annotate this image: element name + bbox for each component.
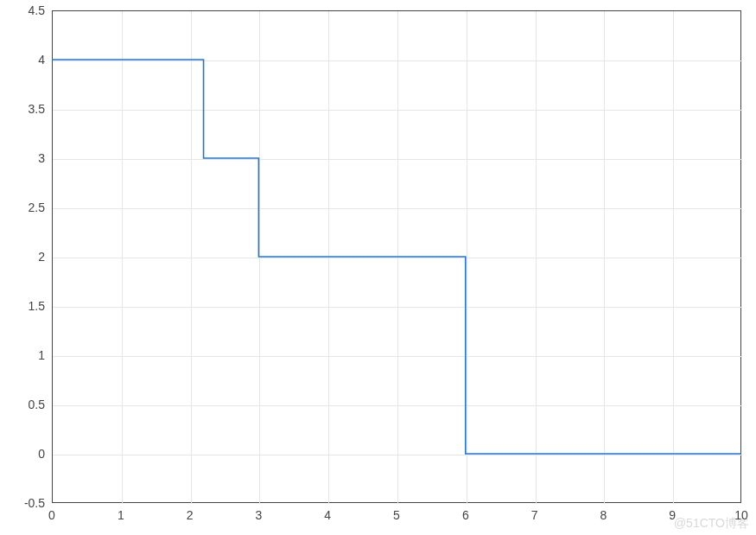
y-tick-label: 1 xyxy=(38,348,45,362)
y-tick-label: 0.5 xyxy=(29,398,45,411)
x-tick-label: 10 xyxy=(734,508,748,522)
grid-line-horizontal xyxy=(53,405,742,406)
y-tick-label: 4 xyxy=(38,53,45,67)
y-tick-label: 3 xyxy=(38,151,45,165)
x-tick-label: 4 xyxy=(324,508,331,522)
y-tick-label: 2 xyxy=(38,250,45,264)
grid-line-horizontal xyxy=(53,258,742,258)
x-tick-label: 8 xyxy=(600,508,607,522)
plot-area xyxy=(52,10,741,503)
y-tick-label: 4.5 xyxy=(29,3,45,17)
grid-line-horizontal xyxy=(53,455,742,455)
x-tick-label: 7 xyxy=(531,508,538,522)
y-tick-label: 2.5 xyxy=(29,201,45,214)
chart: @51CTO博客 012345678910-0.500.511.522.533.… xyxy=(0,0,756,535)
grid-line-horizontal xyxy=(53,356,742,357)
x-tick-label: 0 xyxy=(48,508,55,522)
x-tick-label: 2 xyxy=(187,508,194,522)
grid-line-horizontal xyxy=(53,110,742,111)
grid-line-horizontal xyxy=(53,208,742,209)
x-tick-label: 6 xyxy=(462,508,469,522)
x-tick-label: 1 xyxy=(118,508,124,522)
grid-line-horizontal xyxy=(53,159,742,160)
grid-line-horizontal xyxy=(53,61,742,61)
y-tick-label: 3.5 xyxy=(29,102,45,116)
x-tick-label: 9 xyxy=(669,508,676,522)
y-tick-label: 0 xyxy=(38,447,45,461)
y-tick-label: -0.5 xyxy=(24,496,45,510)
grid-line-horizontal xyxy=(53,307,742,308)
y-tick-label: 1.5 xyxy=(29,299,45,313)
x-tick-label: 5 xyxy=(393,508,400,522)
x-tick-label: 3 xyxy=(255,508,262,522)
